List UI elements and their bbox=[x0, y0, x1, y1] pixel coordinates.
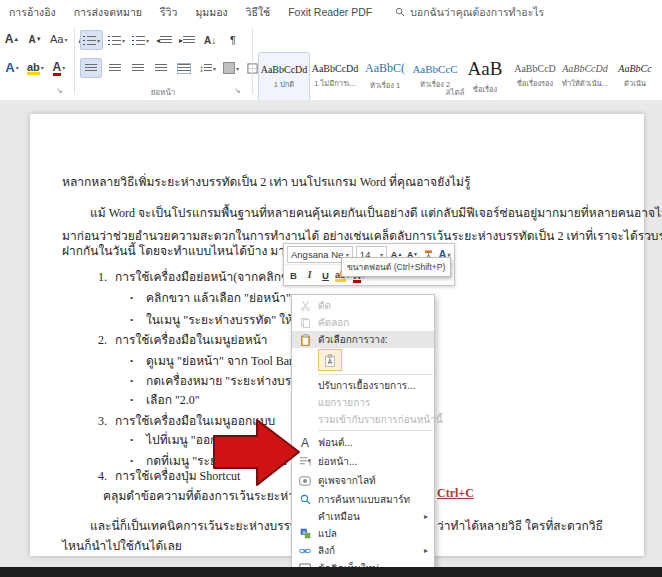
style-heading1[interactable]: AaBbC( หัวเรื่อง 1 bbox=[360, 52, 410, 100]
align-left-button[interactable] bbox=[80, 58, 102, 78]
magnifier-icon bbox=[296, 494, 314, 505]
tab-foxit-reader-pdf[interactable]: Foxit Reader PDF bbox=[279, 0, 381, 24]
style-subtle-emphasis[interactable]: AaBbCcDd ทำให้ตัวเน้น... bbox=[560, 52, 610, 100]
menu-item-font[interactable]: A ฟอนต์... bbox=[292, 433, 434, 452]
doc-line-fragment: ว่าทำได้หลายวิธี ใครที่สะดวกวิธี bbox=[437, 516, 603, 535]
doc-line-bullet: •คลิกขวา แล้วเลือก "ย่อหน้า" bbox=[130, 288, 291, 307]
menu-separator bbox=[318, 430, 433, 431]
tell-me-search[interactable]: บอกฉันว่าคุณต้องการทำอะไร bbox=[395, 4, 544, 21]
menu-item-synonyms[interactable]: คำเหมือน▸ bbox=[292, 508, 434, 525]
style-subtitle[interactable]: AaBbCcD ชื่อเรื่องรอง bbox=[510, 52, 560, 100]
text-highlight-button[interactable]: ab▾ bbox=[25, 58, 46, 76]
link-icon bbox=[296, 546, 314, 556]
menu-item-smart-lookup[interactable]: การค้นหาแบบสมาร์ท bbox=[292, 490, 434, 508]
bullets-button[interactable]: ▾ bbox=[80, 30, 103, 50]
sort-button[interactable]: A↓ bbox=[200, 31, 220, 49]
style-emphasis[interactable]: AaBbCc ตัวเน้น bbox=[610, 52, 660, 100]
tab-references[interactable]: การอ้างอิง bbox=[0, 0, 65, 24]
underline-button[interactable]: U bbox=[319, 267, 332, 283]
shrink-font-button[interactable]: A▼ bbox=[25, 30, 45, 48]
bottom-black-strip bbox=[0, 567, 662, 577]
ribbon-tab-bar: การอ้างอิง การส่งจดหมาย รีวิว มุมมอง วิธ… bbox=[0, 0, 662, 24]
clipboard-icon bbox=[296, 334, 314, 346]
numbering-button[interactable]: ▾ bbox=[106, 31, 127, 49]
increase-indent-button[interactable]: ▸ bbox=[177, 31, 197, 49]
multilevel-list-button[interactable]: ▾ bbox=[130, 31, 151, 49]
tab-view[interactable]: มุมมอง bbox=[186, 0, 236, 24]
menu-item-join-previous-list[interactable]: รวมเข้ากับรายการก่อนหน้านี้ bbox=[292, 411, 434, 428]
paste-options-row: A bbox=[292, 348, 434, 372]
menu-item-separate-list[interactable]: แยกรายการ bbox=[292, 394, 434, 411]
copy-icon bbox=[296, 317, 314, 328]
doc-line-numbered: 1.การใช้เครื่องมือย่อหน้า(จากคลิกขวา bbox=[98, 267, 303, 286]
font-group-row2: A▾ ab▾ A▾ bbox=[2, 58, 69, 76]
ribbon: A▲ A▼ Aa▾ A A▾ ab▾ A▾ ↘ ▾ ▾ ▾ ◂ ▸ A↓ ¶ bbox=[0, 24, 662, 101]
bold-button[interactable]: B bbox=[287, 267, 300, 283]
shortcut-text: Ctrl+C bbox=[437, 486, 474, 501]
menu-item-paste-options[interactable]: ตัวเลือกการวาง: bbox=[292, 331, 434, 348]
group-divider bbox=[252, 28, 253, 94]
scissors-icon bbox=[296, 300, 314, 311]
paragraph-group-label: ย่อหน้า bbox=[118, 86, 208, 99]
svg-text:¶: ¶ bbox=[308, 458, 311, 467]
decrease-indent-button[interactable]: ◂ bbox=[154, 31, 174, 49]
menu-item-link[interactable]: ลิงก์▸ bbox=[292, 542, 434, 559]
style-normal[interactable]: AaBbCcDd 1 ปกติ bbox=[258, 52, 310, 102]
justify-button[interactable] bbox=[151, 59, 171, 77]
arrow-right-icon bbox=[213, 419, 301, 487]
italic-button[interactable]: I bbox=[303, 267, 316, 283]
group-divider bbox=[74, 28, 75, 94]
tab-help[interactable]: วิธีใช้ bbox=[237, 0, 280, 24]
shading-button[interactable]: ▾ bbox=[221, 59, 241, 77]
doc-line-numbered: 2.การใช้เครื่องมือในเมนูย่อหน้า bbox=[98, 330, 268, 349]
submenu-arrow-icon: ▸ bbox=[424, 546, 428, 555]
doc-line: ฝากกันในวันนี้ โดยจะทำแบบไหนได้บ้าง มาดู… bbox=[62, 241, 308, 260]
doc-line-bullet: •เลือก "2.0" bbox=[130, 390, 200, 409]
submenu-arrow-icon: ▸ bbox=[424, 512, 428, 521]
svg-text:A: A bbox=[328, 358, 333, 365]
menu-separator bbox=[318, 374, 433, 375]
grow-font-button[interactable]: A▲ bbox=[2, 30, 22, 48]
word-window: การอ้างอิง การส่งจดหมาย รีวิว มุมมอง วิธ… bbox=[0, 0, 662, 577]
menu-item-copy[interactable]: คัดลอก bbox=[292, 314, 434, 331]
styles-group-label: สไตล์ bbox=[410, 86, 500, 99]
red-arrow-annotation bbox=[213, 419, 301, 491]
font-dialog-launcher[interactable]: ↘ bbox=[56, 86, 63, 95]
align-center-button[interactable] bbox=[105, 59, 125, 77]
doc-line: ไหนก็นำไปใช้กันได้เลย bbox=[62, 536, 182, 555]
clipboard-a-icon: A bbox=[324, 354, 336, 367]
doc-line: หลากหลายวิธีเพิ่มระยะห่างบรรทัดเป็น 2 เท… bbox=[62, 172, 470, 191]
keep-text-only-button[interactable]: A bbox=[318, 349, 342, 371]
paragraph-group-row1: ▾ ▾ ▾ ◂ ▸ A↓ ¶ bbox=[80, 30, 243, 50]
font-size-tooltip: ขนาดฟอนต์ (Ctrl+Shift+P) bbox=[341, 257, 451, 277]
text-effects-button[interactable]: A▾ bbox=[2, 58, 22, 76]
line-spacing-button[interactable]: ↕▾ bbox=[197, 59, 218, 77]
font-group-row1: A▲ A▼ Aa▾ A bbox=[2, 30, 92, 48]
menu-item-adjust-list-indents[interactable]: ปรับการเยื้องรายการ... bbox=[292, 377, 434, 394]
menu-item-cut[interactable]: ตัด bbox=[292, 297, 434, 314]
translate-icon: a bbox=[296, 528, 314, 539]
search-icon bbox=[395, 7, 405, 17]
tab-review[interactable]: รีวิว bbox=[151, 0, 186, 24]
tab-mailings[interactable]: การส่งจดหมาย bbox=[65, 0, 151, 24]
menu-item-paragraph[interactable]: ¶ ย่อหน้า... bbox=[292, 452, 434, 471]
paragraph-group-row2: ↕▾ ▾ ▾ bbox=[80, 58, 264, 78]
style-no-spacing[interactable]: AaBbCcDd 1 ไม่มีการเ... bbox=[310, 52, 360, 100]
menu-item-view-page[interactable]: ดูเพจจากไลท์ bbox=[292, 471, 434, 490]
font-color-button[interactable]: A▾ bbox=[49, 58, 69, 76]
context-menu: ตัด คัดลอก ตัวเลือกการวาง: A ปรับการเยื้… bbox=[291, 294, 435, 577]
doc-line: แม้ Word จะเป็นโปรแกรมพื้นฐานที่หลายคนคุ… bbox=[90, 203, 662, 222]
change-case-button[interactable]: Aa▾ bbox=[48, 30, 69, 48]
search-placeholder: บอกฉันว่าคุณต้องการทำอะไร bbox=[410, 4, 544, 21]
svg-text:a: a bbox=[302, 530, 305, 535]
show-paragraph-marks-button[interactable]: ¶ bbox=[223, 31, 243, 49]
menu-item-translate[interactable]: a แปล bbox=[292, 525, 434, 542]
distributed-button[interactable] bbox=[174, 59, 194, 77]
paragraph-dialog-launcher[interactable]: ↘ bbox=[234, 86, 241, 95]
align-right-button[interactable] bbox=[128, 59, 148, 77]
